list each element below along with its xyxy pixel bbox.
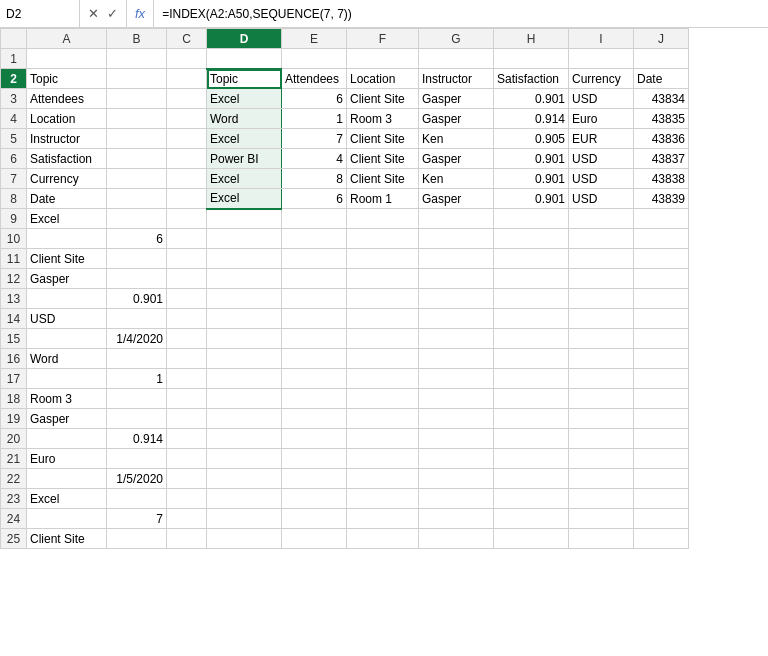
- cell-H5[interactable]: 0.905: [494, 129, 569, 149]
- cell-A25[interactable]: Client Site: [27, 529, 107, 549]
- confirm-icon[interactable]: ✓: [105, 6, 120, 21]
- col-header-F[interactable]: F: [347, 29, 419, 49]
- cell-F3[interactable]: Client Site: [347, 89, 419, 109]
- cell-H17[interactable]: [494, 369, 569, 389]
- cell-F14[interactable]: [347, 309, 419, 329]
- cell-B15[interactable]: 1/4/2020: [107, 329, 167, 349]
- cell-D6[interactable]: Power BI: [207, 149, 282, 169]
- cell-H15[interactable]: [494, 329, 569, 349]
- cell-B5[interactable]: [107, 129, 167, 149]
- cell-I12[interactable]: [569, 269, 634, 289]
- cell-C5[interactable]: [167, 129, 207, 149]
- cell-H20[interactable]: [494, 429, 569, 449]
- cell-B4[interactable]: [107, 109, 167, 129]
- cell-E13[interactable]: [282, 289, 347, 309]
- cell-J19[interactable]: [634, 409, 689, 429]
- cell-D22[interactable]: [207, 469, 282, 489]
- cell-H14[interactable]: [494, 309, 569, 329]
- cell-I9[interactable]: [569, 209, 634, 229]
- cell-J14[interactable]: [634, 309, 689, 329]
- cell-E6[interactable]: 4: [282, 149, 347, 169]
- cell-J23[interactable]: [634, 489, 689, 509]
- cell-F25[interactable]: [347, 529, 419, 549]
- cell-E18[interactable]: [282, 389, 347, 409]
- cell-I4[interactable]: Euro: [569, 109, 634, 129]
- cell-I21[interactable]: [569, 449, 634, 469]
- cell-J25[interactable]: [634, 529, 689, 549]
- cell-F23[interactable]: [347, 489, 419, 509]
- cell-J13[interactable]: [634, 289, 689, 309]
- cell-H11[interactable]: [494, 249, 569, 269]
- cell-H16[interactable]: [494, 349, 569, 369]
- cell-G23[interactable]: [419, 489, 494, 509]
- cell-F11[interactable]: [347, 249, 419, 269]
- cell-H18[interactable]: [494, 389, 569, 409]
- cell-I11[interactable]: [569, 249, 634, 269]
- cell-C23[interactable]: [167, 489, 207, 509]
- cell-E8[interactable]: 6: [282, 189, 347, 209]
- cell-I10[interactable]: [569, 229, 634, 249]
- cell-C25[interactable]: [167, 529, 207, 549]
- cell-F24[interactable]: [347, 509, 419, 529]
- cell-D12[interactable]: [207, 269, 282, 289]
- cell-C19[interactable]: [167, 409, 207, 429]
- cell-C13[interactable]: [167, 289, 207, 309]
- cell-J7[interactable]: 43838: [634, 169, 689, 189]
- row-header-1[interactable]: 1: [1, 49, 27, 69]
- cell-I16[interactable]: [569, 349, 634, 369]
- cell-C2[interactable]: [167, 69, 207, 89]
- cell-I2[interactable]: Currency: [569, 69, 634, 89]
- cell-J6[interactable]: 43837: [634, 149, 689, 169]
- cell-B14[interactable]: [107, 309, 167, 329]
- cell-J1[interactable]: [634, 49, 689, 69]
- cell-G5[interactable]: Ken: [419, 129, 494, 149]
- cell-B25[interactable]: [107, 529, 167, 549]
- cell-C22[interactable]: [167, 469, 207, 489]
- cell-I25[interactable]: [569, 529, 634, 549]
- cell-F20[interactable]: [347, 429, 419, 449]
- cell-D2[interactable]: Topic: [207, 69, 282, 89]
- cell-G16[interactable]: [419, 349, 494, 369]
- cell-G4[interactable]: Gasper: [419, 109, 494, 129]
- cell-H6[interactable]: 0.901: [494, 149, 569, 169]
- cell-D8[interactable]: Excel: [207, 189, 282, 209]
- cell-A16[interactable]: Word: [27, 349, 107, 369]
- cell-I1[interactable]: [569, 49, 634, 69]
- cell-F4[interactable]: Room 3: [347, 109, 419, 129]
- cell-J16[interactable]: [634, 349, 689, 369]
- cell-H9[interactable]: [494, 209, 569, 229]
- cell-G8[interactable]: Gasper: [419, 189, 494, 209]
- cell-C6[interactable]: [167, 149, 207, 169]
- cell-J18[interactable]: [634, 389, 689, 409]
- cell-A13[interactable]: [27, 289, 107, 309]
- cell-E17[interactable]: [282, 369, 347, 389]
- cell-E9[interactable]: [282, 209, 347, 229]
- row-header-5[interactable]: 5: [1, 129, 27, 149]
- cell-J11[interactable]: [634, 249, 689, 269]
- cell-A12[interactable]: Gasper: [27, 269, 107, 289]
- cell-E1[interactable]: [282, 49, 347, 69]
- cell-F7[interactable]: Client Site: [347, 169, 419, 189]
- cell-H3[interactable]: 0.901: [494, 89, 569, 109]
- cell-J20[interactable]: [634, 429, 689, 449]
- col-header-I[interactable]: I: [569, 29, 634, 49]
- row-header-12[interactable]: 12: [1, 269, 27, 289]
- cell-A17[interactable]: [27, 369, 107, 389]
- cell-C11[interactable]: [167, 249, 207, 269]
- cell-H13[interactable]: [494, 289, 569, 309]
- cell-D20[interactable]: [207, 429, 282, 449]
- cell-D13[interactable]: [207, 289, 282, 309]
- cell-D15[interactable]: [207, 329, 282, 349]
- cell-E11[interactable]: [282, 249, 347, 269]
- cell-B20[interactable]: 0.914: [107, 429, 167, 449]
- cell-I13[interactable]: [569, 289, 634, 309]
- cell-J9[interactable]: [634, 209, 689, 229]
- row-header-24[interactable]: 24: [1, 509, 27, 529]
- cell-B16[interactable]: [107, 349, 167, 369]
- cell-B22[interactable]: 1/5/2020: [107, 469, 167, 489]
- cell-G18[interactable]: [419, 389, 494, 409]
- cell-B17[interactable]: 1: [107, 369, 167, 389]
- cell-B18[interactable]: [107, 389, 167, 409]
- cell-F13[interactable]: [347, 289, 419, 309]
- cell-F18[interactable]: [347, 389, 419, 409]
